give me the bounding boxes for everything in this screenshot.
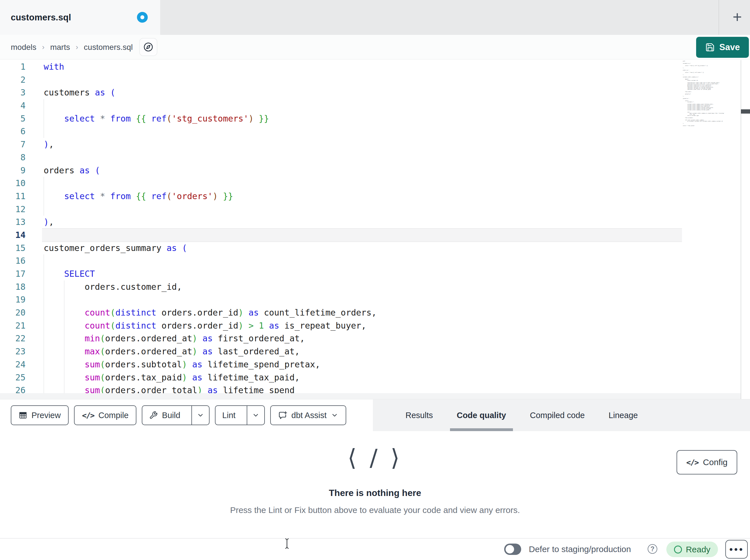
- tab-lineage[interactable]: Lineage: [602, 399, 645, 431]
- build-button: Build: [142, 405, 210, 425]
- line-number: 16: [0, 254, 25, 267]
- unsaved-changes-indicator-icon: [137, 12, 148, 23]
- code-line-text: max(orders.ordered_at) as last_ordered_a…: [44, 345, 300, 358]
- empty-state-subtitle: Press the Lint or Fix button above to ev…: [0, 505, 750, 515]
- code-line-16[interactable]: 16: [0, 254, 750, 267]
- line-number: 11: [0, 190, 25, 203]
- toolbar-buttons: Preview </> Compile Build: [0, 399, 373, 431]
- help-icon[interactable]: ?: [648, 544, 657, 554]
- code-line-24[interactable]: 24 sum(orders.subtotal) as lifetime_spen…: [0, 358, 750, 371]
- line-number: 21: [0, 319, 25, 332]
- dbt-ide-window: customers.sql + models › marts › custome…: [0, 0, 750, 560]
- code-line-7[interactable]: 7),: [0, 138, 750, 151]
- dbt-assist-button[interactable]: dbt Assist: [270, 405, 346, 425]
- line-number: 14: [0, 229, 25, 242]
- code-line-22[interactable]: 22 min(orders.ordered_at) as first_order…: [0, 332, 750, 345]
- code-line-1[interactable]: 1with: [0, 60, 750, 74]
- code-line-5[interactable]: 5 select * from {{ ref('stg_customers') …: [0, 112, 750, 125]
- table-icon: [19, 411, 27, 419]
- text-cursor-icon: [284, 538, 290, 549]
- code-line-4[interactable]: 4: [0, 99, 750, 112]
- line-number: 18: [0, 281, 25, 293]
- build-dropdown-button[interactable]: [191, 406, 209, 424]
- tab-bar: customers.sql +: [0, 0, 750, 35]
- assist-chat-icon: [278, 411, 287, 420]
- line-number: 17: [0, 267, 25, 281]
- code-line-17[interactable]: 17 SELECT: [0, 267, 750, 281]
- code-line-text: customer_orders_summary as (: [44, 242, 187, 255]
- config-button[interactable]: </> Config: [676, 450, 737, 474]
- build-button-main[interactable]: Build: [142, 406, 187, 424]
- code-line-23[interactable]: 23 max(orders.ordered_at) as last_ordere…: [0, 345, 750, 358]
- breadcrumb-models[interactable]: models: [11, 43, 36, 52]
- code-line-20[interactable]: 20 count(distinct orders.order_id) as co…: [0, 306, 750, 319]
- breadcrumb-separator-icon: ›: [76, 43, 78, 51]
- code-icon: </>: [82, 411, 94, 420]
- line-number: 19: [0, 293, 25, 306]
- breadcrumb-row: models › marts › customers.sql: [0, 35, 750, 60]
- line-number: 24: [0, 358, 25, 371]
- line-number: 20: [0, 306, 25, 319]
- code-line-13[interactable]: 13),: [0, 215, 750, 229]
- preview-button-label: Preview: [32, 411, 61, 420]
- code-line-14[interactable]: 14: [0, 229, 750, 242]
- tab-results[interactable]: Results: [399, 399, 440, 431]
- code-line-text: customers as (: [44, 86, 115, 99]
- code-line-8[interactable]: 8: [0, 151, 750, 164]
- save-button[interactable]: Save: [696, 37, 749, 58]
- compass-icon: [143, 42, 153, 52]
- defer-label: Defer to staging/production: [529, 538, 631, 560]
- pane-resize-handle[interactable]: [741, 109, 750, 113]
- code-line-text: min(orders.ordered_at) as first_ordered_…: [44, 332, 305, 345]
- editor-toolbar: Preview </> Compile Build: [0, 399, 750, 431]
- tab-compiled-code[interactable]: Compiled code: [523, 399, 592, 431]
- chevron-down-icon: [252, 412, 259, 419]
- code-line-3[interactable]: 3customers as (: [0, 86, 750, 99]
- code-line-11[interactable]: 11 select * from {{ ref('orders') }}: [0, 190, 750, 203]
- indent-guide: [44, 125, 44, 138]
- file-tab-label: customers.sql: [11, 13, 71, 23]
- breadcrumb-marts[interactable]: marts: [50, 43, 70, 52]
- indent-guide: [44, 254, 44, 267]
- tab-code-quality[interactable]: Code quality: [450, 399, 513, 431]
- code-line-text: sum(orders.tax_paid) as lifetime_tax_pai…: [44, 371, 300, 384]
- new-tab-button[interactable]: +: [725, 4, 750, 29]
- minimap[interactable]: with customers as ( select * from {{ ref…: [683, 61, 724, 126]
- lint-button-label: Lint: [222, 411, 236, 420]
- horizontal-scrollbar[interactable]: [0, 393, 741, 399]
- indent-guide: [64, 293, 64, 306]
- save-button-label: Save: [719, 42, 740, 53]
- breadcrumb-file: customers.sql: [84, 43, 133, 52]
- code-line-21[interactable]: 21 count(distinct orders.order_id) > 1 a…: [0, 319, 750, 332]
- code-line-10[interactable]: 10: [0, 177, 750, 190]
- line-number: 23: [0, 345, 25, 358]
- config-button-label: Config: [703, 457, 728, 467]
- code-line-12[interactable]: 12: [0, 203, 750, 216]
- wrench-icon: [149, 411, 158, 419]
- line-number: 15: [0, 242, 25, 255]
- code-line-25[interactable]: 25 sum(orders.tax_paid) as lifetime_tax_…: [0, 371, 750, 384]
- navigate-button[interactable]: [139, 38, 157, 56]
- code-line-9[interactable]: 9orders as (: [0, 164, 750, 177]
- code-line-text: SELECT: [44, 267, 95, 281]
- lint-dropdown-button[interactable]: [247, 406, 264, 424]
- code-line-text: count(distinct orders.order_id) > 1 as i…: [44, 319, 366, 332]
- defer-toggle[interactable]: [504, 544, 521, 555]
- code-line-6[interactable]: 6: [0, 125, 750, 138]
- chevron-down-icon: [331, 412, 338, 419]
- code-line-15[interactable]: 15customer_orders_summary as (: [0, 242, 750, 255]
- ready-status-label: Ready: [686, 545, 711, 554]
- breadcrumb-separator-icon: ›: [42, 43, 44, 51]
- preview-button[interactable]: Preview: [11, 405, 68, 425]
- lint-button: Lint: [215, 405, 265, 425]
- more-options-button[interactable]: ●●●: [725, 540, 748, 559]
- code-line-19[interactable]: 19: [0, 293, 750, 306]
- code-line-18[interactable]: 18 orders.customer_id,: [0, 281, 750, 293]
- compile-button[interactable]: </> Compile: [74, 405, 136, 425]
- code-line-2[interactable]: 2: [0, 74, 750, 86]
- lint-button-main[interactable]: Lint: [216, 406, 242, 424]
- code-line-text: ),: [44, 215, 54, 229]
- code-line-text: count(distinct orders.order_id) as count…: [44, 306, 377, 319]
- code-editor[interactable]: 1with23customers as (45 select * from {{…: [0, 60, 750, 399]
- file-tab-customers-sql[interactable]: customers.sql: [0, 0, 160, 35]
